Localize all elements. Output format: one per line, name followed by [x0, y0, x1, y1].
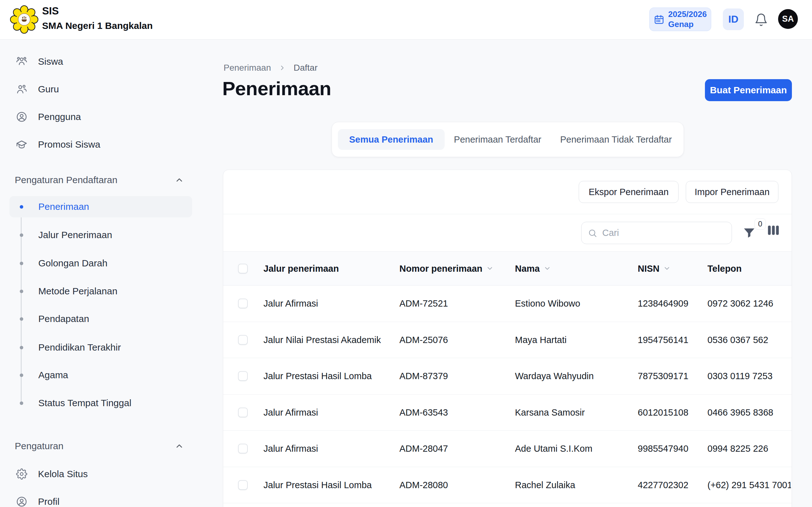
tab-semua-penerimaan[interactable]: Semua Penerimaan [338, 129, 445, 150]
sidebar-item-label: Pendapatan [38, 314, 89, 324]
sidebar-item-metode-perjalanan[interactable]: Metode Perjalanan [9, 281, 192, 301]
import-admissions-button[interactable]: Impor Penerimaan [686, 181, 778, 203]
sidebar-item-status-tempat-tinggal[interactable]: Status Tempat Tinggal [9, 393, 192, 413]
chevron-up-icon [175, 441, 184, 451]
table-toolbar: Ekspor Penerimaan Impor Penerimaan [223, 170, 792, 214]
sidebar-item-jalur-penerimaan[interactable]: Jalur Penerimaan [9, 225, 192, 245]
bullet-icon [20, 401, 23, 405]
table-row[interactable]: Jalur Afirmasi ADM-63543 Karsana Samosir… [223, 395, 792, 431]
create-admission-button[interactable]: Buat Penerimaan [705, 79, 792, 101]
cell-nomor: ADM-25076 [399, 335, 448, 345]
sort-chevron-icon[interactable] [544, 265, 551, 272]
cell-jalur: Jalur Nilai Prestasi Akademik [263, 335, 381, 345]
sidebar: Siswa Guru Pengguna Promosi Siswa [0, 40, 203, 507]
sort-chevron-icon[interactable] [486, 265, 494, 272]
page-title: Penerimaan [222, 77, 331, 100]
row-checkbox[interactable] [238, 371, 248, 381]
table-row[interactable]: Jalur Afirmasi ADM-72521 Estiono Wibowo … [223, 286, 792, 322]
cell-nisn: 9985547940 [638, 444, 688, 454]
table-row[interactable]: Jalur Prestasi Hasil Lomba ADM-87379 War… [223, 358, 792, 395]
notification-bell-icon[interactable] [754, 13, 768, 27]
academic-year-text: 2025/2026 Genap [668, 9, 707, 29]
user-circle-icon [16, 111, 27, 122]
tab-penerimaan-terdaftar[interactable]: Penerimaan Terdaftar [445, 129, 551, 150]
column-header-nisn[interactable]: NISN [638, 263, 671, 274]
cell-nomor: ADM-63543 [399, 407, 448, 417]
sidebar-item-pendidikan-terakhir[interactable]: Pendidikan Terakhir [9, 338, 192, 357]
cell-telepon: (+62) 291 5431 7001 [707, 480, 791, 490]
section-label: Pengaturan Pendaftaran [15, 175, 117, 185]
section-pengaturan-pendaftaran[interactable]: Pengaturan Pendaftaran [15, 174, 192, 186]
sidebar-item-label: Status Tempat Tinggal [38, 398, 131, 408]
sidebar-item-kelola-situs[interactable]: Kelola Situs [9, 464, 192, 484]
column-header-nomor[interactable]: Nomor penerimaan [399, 263, 494, 274]
table-row[interactable]: Jalur Prestasi Hasil Lomba ADM-28080 Rac… [223, 467, 792, 504]
tabs-bar: Semua Penerimaan Penerimaan Terdaftar Pe… [331, 122, 684, 157]
table-search-row: 0 [223, 214, 792, 251]
cell-nama: Estiono Wibowo [515, 298, 580, 309]
filter-count-badge: 0 [755, 218, 766, 230]
sidebar-item-agama[interactable]: Agama [9, 365, 192, 385]
search-input[interactable] [602, 228, 725, 238]
row-checkbox[interactable] [238, 444, 248, 454]
sidebar-item-golongan-darah[interactable]: Golongan Darah [9, 253, 192, 273]
section-pengaturan[interactable]: Pengaturan [15, 440, 192, 452]
language-badge[interactable]: ID [723, 8, 744, 30]
cell-nisn: 1954756141 [638, 335, 688, 345]
cell-nama: Rachel Zulaika [515, 480, 575, 490]
cell-telepon: 0536 0367 562 [707, 335, 791, 345]
sidebar-item-pengguna[interactable]: Pengguna [9, 107, 192, 127]
table-row[interactable]: Jalur Nilai Prestasi Akademik ADM-25076 … [223, 322, 792, 358]
cell-nisn: 6012015108 [638, 407, 688, 417]
calendar-icon [654, 14, 665, 25]
table-header-row: Jalur penerimaan Nomor penerimaan Nama N… [223, 251, 792, 286]
export-admissions-button[interactable]: Ekspor Penerimaan [579, 181, 679, 203]
sidebar-item-guru[interactable]: Guru [9, 79, 192, 99]
breadcrumb: Penerimaan Daftar [224, 62, 317, 74]
cell-nomor: ADM-28080 [399, 480, 448, 490]
breadcrumb-root[interactable]: Penerimaan [224, 63, 271, 73]
graduation-cap-icon [16, 139, 27, 150]
sidebar-item-label: Pengguna [38, 112, 81, 122]
row-checkbox[interactable] [238, 299, 248, 308]
filter-funnel-icon[interactable] [742, 223, 756, 242]
sidebar-item-siswa[interactable]: Siswa [9, 52, 192, 71]
bullet-icon [20, 262, 23, 265]
columns-icon[interactable] [766, 223, 780, 237]
sidebar-item-label: Promosi Siswa [38, 139, 100, 150]
sidebar-item-label: Profil [38, 496, 59, 507]
cell-nisn: 7875309171 [638, 371, 688, 381]
bullet-icon [20, 346, 23, 349]
sidebar-item-label: Kelola Situs [38, 469, 87, 480]
cell-nomor: ADM-28047 [399, 444, 448, 454]
cell-telepon: 0972 3062 1246 [707, 298, 791, 309]
user-avatar[interactable]: SA [778, 9, 798, 29]
brand: SIS SMA Negeri 1 Bangkalan [42, 5, 152, 32]
sidebar-item-pendapatan[interactable]: Pendapatan [9, 309, 192, 329]
cell-nomor: ADM-72521 [399, 298, 448, 309]
row-checkbox[interactable] [238, 407, 248, 417]
cell-telepon: 0994 8225 226 [707, 444, 791, 454]
cell-jalur: Jalur Prestasi Hasil Lomba [263, 371, 372, 381]
sidebar-item-label: Jalur Penerimaan [38, 230, 112, 240]
table-row[interactable]: Jalur Afirmasi ADM-28047 Ade Utami S.I.K… [223, 431, 792, 467]
top-bar: SIS SMA Negeri 1 Bangkalan 2025/2026 Gen… [0, 0, 812, 40]
tab-penerimaan-tidak-terdaftar[interactable]: Penerimaan Tidak Terdaftar [551, 129, 681, 150]
row-checkbox[interactable] [238, 480, 248, 490]
sort-chevron-icon[interactable] [663, 265, 671, 272]
sidebar-item-penerimaan[interactable]: Penerimaan [9, 196, 192, 217]
app-title: SIS [42, 5, 152, 17]
gear-icon [16, 468, 27, 480]
admissions-table-card: Ekspor Penerimaan Impor Penerimaan 0 [223, 170, 792, 507]
sidebar-item-profil[interactable]: Profil [9, 492, 192, 507]
sidebar-item-label: Guru [38, 84, 59, 95]
sidebar-item-promosi-siswa[interactable]: Promosi Siswa [9, 135, 192, 154]
search-icon [588, 228, 597, 238]
cell-telepon: 0303 0119 7253 [707, 371, 791, 381]
search-field[interactable] [581, 222, 732, 244]
academic-year-selector[interactable]: 2025/2026 Genap [649, 7, 711, 31]
select-all-checkbox[interactable] [238, 264, 248, 273]
sidebar-item-label: Penerimaan [38, 201, 89, 212]
column-header-nama[interactable]: Nama [515, 263, 551, 274]
row-checkbox[interactable] [238, 335, 248, 345]
